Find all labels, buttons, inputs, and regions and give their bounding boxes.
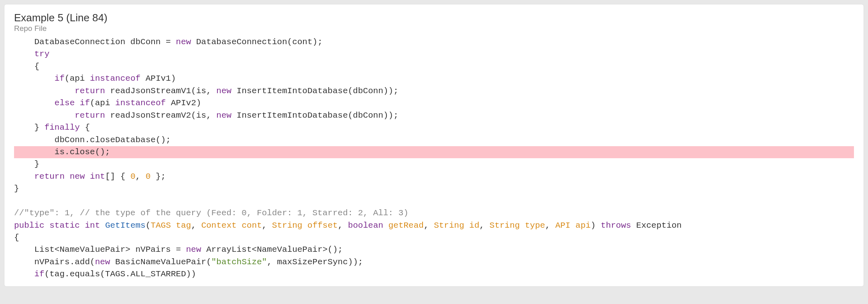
code-token-kw: finally [45,123,80,132]
code-token-kw: int [85,221,100,230]
code-token-kw: instanceof [90,74,140,83]
code-line: } [14,158,854,170]
code-token-kw: else [55,98,75,108]
code-token-kw: throws [601,221,631,230]
code-token-fn: GetItems [105,221,146,230]
code-token-par: 0 [130,172,136,181]
code-line: dbConn.closeDatabase(); [14,134,854,146]
code-line: } finally { [14,122,854,134]
code-example-card: Example 5 (Line 84) Repo File DatabaseCo… [4,4,864,287]
code-token-kw: new [186,245,201,254]
code-token-kw: if [80,98,90,108]
code-line: public static int GetItems(TAGS tag, Con… [14,220,854,232]
code-line: //"type": 1, // the type of the query (F… [14,207,854,219]
code-token-par: Context cont [201,221,262,230]
code-line [14,195,854,207]
code-token-par: 0 [146,172,151,181]
code-token-str: "batchSize" [211,257,267,267]
code-token-kw: instanceof [115,98,166,108]
code-token-kw: return [34,172,65,181]
code-line: return readJsonStreamV2(is, new InsertIt… [14,110,854,122]
code-token-kw: public [14,221,45,230]
code-line: { [14,61,854,73]
code-token-kw: try [34,49,49,59]
code-token-par: TAGS tag [150,221,191,230]
code-token-kw: new [216,86,232,96]
code-token-kw: int [90,172,105,181]
code-line: { [14,232,854,244]
code-block: DatabaseConnection dbConn = new Database… [14,36,854,281]
code-line: List<NameValuePair> nVPairs = new ArrayL… [14,244,854,256]
highlighted-code-line: is.close(); [14,146,854,158]
code-line: try [14,48,854,60]
code-token-par: getRead [388,221,424,230]
code-token-kw: new [95,257,110,267]
code-line: if(api instanceof APIv1) [14,73,854,85]
code-line: else if(api instanceof APIv2) [14,97,854,109]
code-line: DatabaseConnection dbConn = new Database… [14,36,854,48]
code-token-kw: boolean [348,221,383,230]
code-token-kw: return [75,86,105,96]
code-token-par: API api [555,221,591,230]
example-title: Example 5 (Line 84) [14,12,854,24]
code-line: return new int[] { 0, 0 }; [14,171,854,183]
code-token-kw: new [176,37,191,47]
code-token-par: String type [490,221,545,230]
code-token-kw: new [70,172,85,181]
code-token-kw: static [49,221,80,230]
code-token-par: String id [434,221,479,230]
code-token-kw: if [34,269,44,279]
code-line: return readJsonStreamV1(is, new InsertIt… [14,85,854,97]
code-token-kw: if [55,74,65,83]
code-line: if(tag.equals(TAGS.ALL_STARRED)) [14,268,854,280]
code-token-par: String offset [272,221,338,230]
code-token-kw: new [216,111,232,120]
code-line: } [14,183,854,195]
code-token-kw: return [75,111,105,120]
code-line: nVPairs.add(new BasicNameValuePair("batc… [14,256,854,268]
example-subtitle: Repo File [14,24,854,33]
code-token-cm: //"type": 1, // the type of the query (F… [14,208,409,218]
